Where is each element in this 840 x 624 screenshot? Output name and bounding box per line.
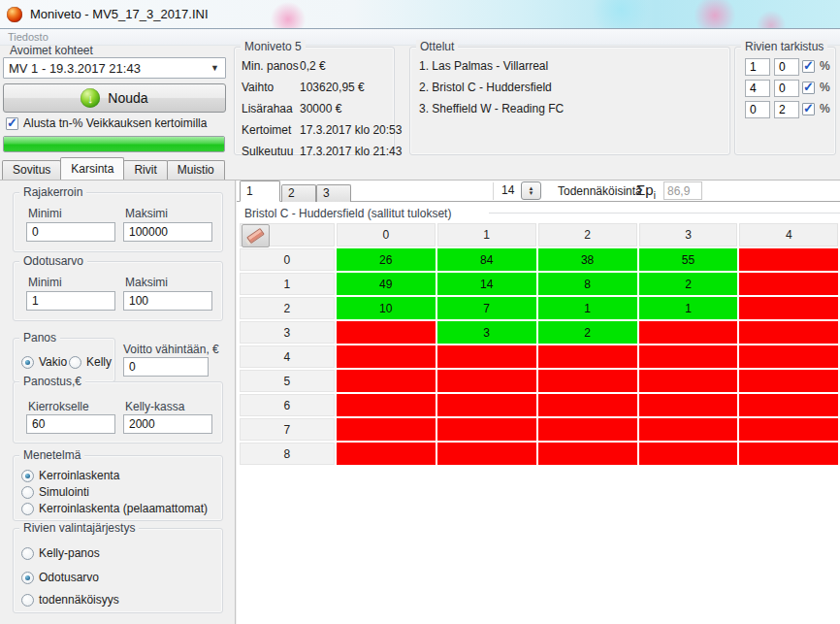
grid-cell-allowed[interactable]: 10 (337, 297, 436, 319)
grid-row-header: 5 (240, 370, 335, 392)
grid-cell-allowed[interactable]: 8 (538, 273, 637, 295)
grid-cell-blocked[interactable] (639, 345, 738, 368)
grid-cell-blocked[interactable] (337, 370, 436, 392)
row-check-row: ✓ % (735, 101, 835, 118)
grid-cell-blocked[interactable] (437, 443, 536, 465)
eraser-button[interactable] (242, 224, 270, 247)
info-row: Vaihto103620,95 € (242, 81, 365, 94)
init-probabilities-checkbox[interactable]: ✓ Alusta tn-% Veikkauksen kertoimilla (6, 116, 207, 130)
grid-cell-blocked[interactable] (739, 297, 838, 319)
grid-cell-blocked[interactable] (437, 370, 536, 392)
grid-group-label: Bristol C - Huddersfield (sallitut tulok… (244, 207, 451, 220)
grid-cell-blocked[interactable] (739, 345, 838, 368)
grid-cell-blocked[interactable] (337, 418, 436, 441)
grid-cell-blocked[interactable] (639, 418, 738, 441)
grid-cell-blocked[interactable] (337, 321, 436, 344)
info-row: Min. panos0,2 € (242, 59, 326, 73)
spin-down-icon[interactable]: ▼ (522, 190, 540, 196)
tab-muistio[interactable]: Muistio (167, 160, 225, 180)
radio-icon (21, 470, 34, 482)
grid-cell-blocked[interactable] (639, 394, 738, 416)
grid-cell-allowed[interactable]: 55 (639, 248, 738, 271)
grid-cell-blocked[interactable] (739, 394, 838, 416)
menu-item-tiedosto[interactable]: Tiedosto (8, 31, 48, 43)
odotusarvo-min-input[interactable] (26, 291, 115, 311)
grid-cell-blocked[interactable] (538, 418, 637, 441)
row-check-group-label: Rivien tarkistus (741, 40, 827, 53)
grid-cell-allowed[interactable]: 14 (437, 273, 536, 295)
grid-cell-blocked[interactable] (639, 321, 738, 344)
subtab-1[interactable]: 1 (240, 181, 280, 202)
grid-cell-blocked[interactable] (337, 443, 436, 465)
grid-cell-blocked[interactable] (437, 418, 536, 441)
grid-cell-blocked[interactable] (538, 394, 637, 416)
radio-simulointi[interactable]: Simulointi (21, 485, 89, 499)
tab-karsinta[interactable]: Karsinta (60, 157, 124, 180)
radio-label: Kelly-panos (39, 546, 100, 560)
grid-cell-allowed[interactable]: 1 (538, 297, 637, 319)
rajakerroin-max-input[interactable] (123, 222, 212, 242)
grid-cell-blocked[interactable] (639, 443, 738, 465)
grid-cell-allowed[interactable]: 2 (538, 321, 637, 344)
grid-cell-blocked[interactable] (739, 443, 838, 465)
divider (493, 182, 494, 200)
grid-row-header: 6 (240, 394, 335, 416)
tab-sovitus[interactable]: Sovitus (2, 160, 61, 180)
radio-vakio[interactable]: Vakio (21, 355, 67, 369)
grid-cell-allowed[interactable]: 84 (437, 248, 536, 271)
row-check-checkbox-3[interactable]: ✓ (802, 103, 815, 115)
grid-cell-allowed[interactable]: 7 (437, 297, 536, 319)
grid-cell-allowed[interactable]: 49 (337, 273, 436, 295)
target-combobox[interactable]: MV 1 - 19.3.2017 21:43 ▼ (3, 57, 226, 79)
grid-cell-blocked[interactable] (538, 370, 637, 392)
radio-kerroinlaskenta-pelaamattomat[interactable]: Kerroinlaskenta (pelaamattomat) (21, 502, 208, 515)
grid-cell-blocked[interactable] (739, 273, 838, 295)
open-targets-label: Avoimet kohteet (10, 44, 93, 57)
row-check-input-3b[interactable] (774, 101, 799, 118)
voitto-input[interactable] (123, 357, 209, 377)
radio-kelly[interactable]: Kelly (69, 355, 112, 369)
grid-corner-cell (240, 223, 335, 246)
subtab-3[interactable]: 3 (316, 184, 351, 202)
divider (489, 213, 840, 213)
grid-cell-blocked[interactable] (739, 370, 838, 392)
row-check-input-1a[interactable] (745, 58, 770, 76)
row-check-checkbox-1[interactable]: ✓ (802, 60, 815, 73)
kelly-kassa-input[interactable] (123, 414, 212, 434)
grid-cell-blocked[interactable] (437, 345, 536, 368)
grid-cell-allowed[interactable]: 26 (337, 248, 436, 271)
radio-todennakoisyys[interactable]: todennäköisyys (21, 593, 119, 607)
max-label: Maksimi (125, 276, 168, 289)
voitto-label: Voitto vähintään, € (123, 343, 219, 356)
row-check-input-2a[interactable] (745, 80, 770, 97)
grid-cell-blocked[interactable] (739, 248, 838, 271)
grid-cell-allowed[interactable]: 1 (639, 297, 738, 319)
grid-cell-blocked[interactable] (337, 345, 436, 368)
row-check-input-1b[interactable] (774, 58, 799, 76)
tab-rivit[interactable]: Rivit (123, 160, 167, 180)
grid-cell-allowed[interactable]: 2 (639, 273, 738, 295)
grid-cell-allowed[interactable]: 3 (437, 321, 536, 344)
grid-cell-blocked[interactable] (337, 394, 436, 416)
spinner-control[interactable]: ▲ ▼ (521, 181, 541, 200)
odotusarvo-max-input[interactable] (123, 291, 212, 311)
subtab-2[interactable]: 2 (281, 184, 316, 202)
rajakerroin-min-input[interactable] (26, 222, 115, 242)
grid-cell-allowed[interactable]: 38 (538, 248, 637, 271)
radio-kelly-panos[interactable]: Kelly-panos (21, 546, 100, 560)
row-check-checkbox-2[interactable]: ✓ (802, 82, 815, 94)
grid-cell-blocked[interactable] (437, 394, 536, 416)
grid-row: 7 (240, 418, 838, 441)
grid-cell-blocked[interactable] (538, 443, 637, 465)
grid-cell-blocked[interactable] (739, 321, 838, 344)
grid-cell-blocked[interactable] (739, 418, 838, 441)
grid-cell-blocked[interactable] (538, 345, 637, 368)
radio-odotusarvo[interactable]: Odotusarvo (21, 571, 99, 584)
row-check-input-3a[interactable] (745, 101, 770, 118)
kierrokselle-input[interactable] (26, 414, 115, 434)
radio-kerroinlaskenta[interactable]: Kerroinlaskenta (21, 469, 119, 482)
grid-cell-blocked[interactable] (639, 370, 738, 392)
fetch-button[interactable]: ↓ Nouda (3, 83, 226, 113)
grid-panel: 1 2 3 14 ▲ ▼ Todennäköisintä Σpi Bristol… (237, 181, 840, 624)
row-check-input-2b[interactable] (774, 80, 799, 97)
